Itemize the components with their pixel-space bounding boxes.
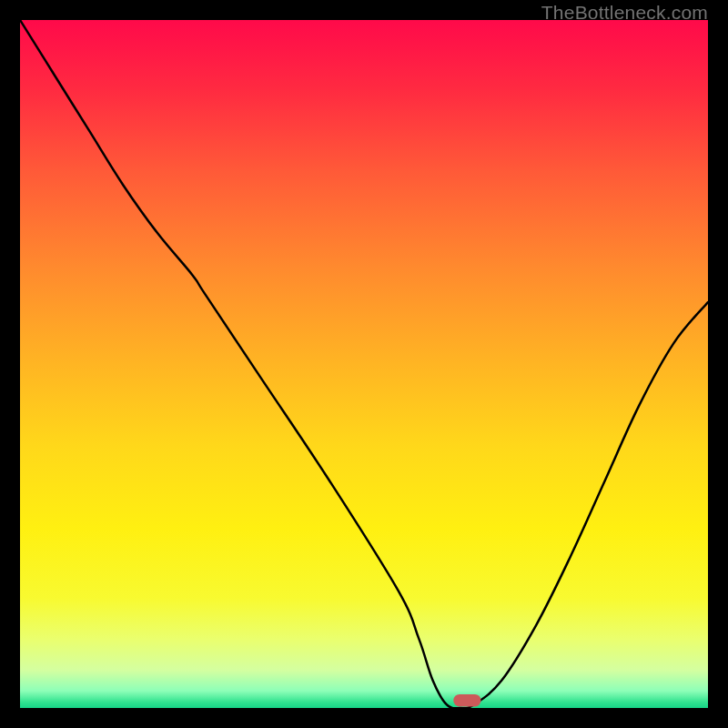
optimal-marker (453, 694, 480, 707)
watermark-text: TheBottleneck.com (541, 2, 708, 24)
gradient-background (20, 20, 708, 708)
bottleneck-chart (20, 20, 708, 708)
